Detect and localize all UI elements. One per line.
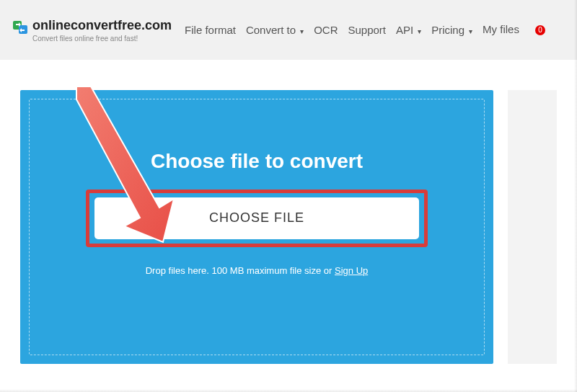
nav-support[interactable]: Support bbox=[348, 23, 386, 37]
nav-api[interactable]: API ▾ bbox=[396, 23, 421, 37]
chevron-down-icon: ▾ bbox=[469, 27, 472, 36]
nav-file-format[interactable]: File format bbox=[185, 23, 236, 37]
drop-hint: Drop files here. 100 MB maximum file siz… bbox=[146, 265, 369, 276]
header-bar: onlineconvertfree.com Convert files onli… bbox=[0, 0, 577, 60]
logo[interactable]: onlineconvertfree.com Convert files onli… bbox=[13, 18, 172, 43]
nav-ocr[interactable]: OCR bbox=[314, 23, 338, 37]
nav-pricing[interactable]: Pricing ▾ bbox=[431, 23, 472, 37]
drop-zone[interactable]: Choose file to convert CHOOSE FILE Drop … bbox=[29, 99, 485, 355]
logo-text: onlineconvertfree.com bbox=[32, 18, 172, 33]
chevron-down-icon: ▾ bbox=[300, 27, 304, 36]
files-count-badge: 0 bbox=[535, 25, 545, 35]
signup-link[interactable]: Sign Up bbox=[335, 265, 368, 276]
side-panel bbox=[508, 90, 557, 364]
content-area: Choose file to convert CHOOSE FILE Drop … bbox=[0, 60, 577, 364]
nav-my-files[interactable]: My files bbox=[483, 23, 519, 36]
logo-tagline: Convert files online free and fast! bbox=[32, 35, 172, 43]
upload-heading: Choose file to convert bbox=[151, 150, 363, 173]
nav-convert-to[interactable]: Convert to ▾ bbox=[246, 23, 304, 37]
choose-file-button[interactable]: CHOOSE FILE bbox=[94, 197, 419, 239]
main-nav: File format Convert to ▾ OCR Support API… bbox=[185, 23, 564, 37]
logo-icon bbox=[13, 19, 29, 35]
chevron-down-icon: ▾ bbox=[418, 27, 421, 36]
upload-panel: Choose file to convert CHOOSE FILE Drop … bbox=[20, 90, 493, 364]
